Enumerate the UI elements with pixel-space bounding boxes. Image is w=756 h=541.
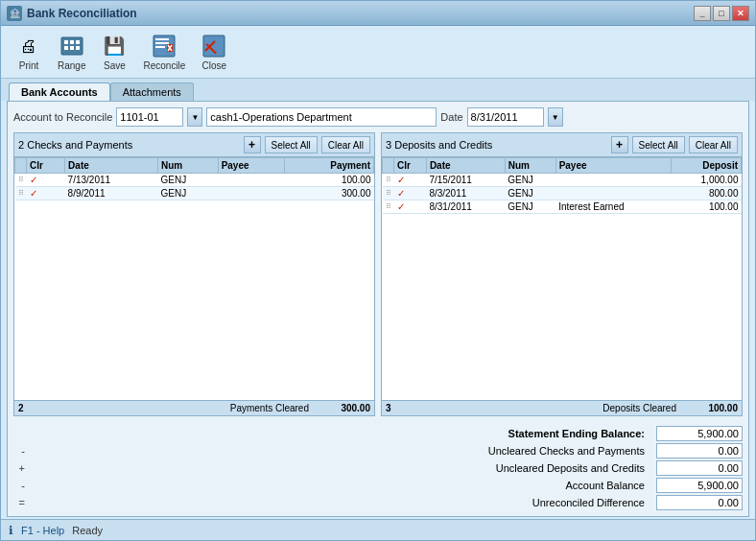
deposits-table-header: Clr Date Num Payee Deposit [383,158,742,174]
print-button[interactable]: 🖨 Print [9,30,49,74]
clr-cell: ✓ [27,174,65,187]
deposits-table-row[interactable]: ⠿ ✓ 8/31/2011 GENJ Interest Earned 100.0… [383,200,742,214]
deposits-table-container: Clr Date Num Payee Deposit ⠿ ✓ 7/15/2011… [382,157,742,400]
print-icon: 🖨 [15,33,42,59]
checks-footer-label: Payments Cleared [37,403,313,413]
checks-footer-value: 300.00 [313,403,370,413]
main-window: 🏦 Bank Reconciliation _ □ ✕ 🖨 Print [0,0,756,541]
payee-cell: Interest Earned [555,200,672,214]
minimize-button[interactable]: _ [694,6,711,21]
date-cell: 7/15/2011 [426,174,505,187]
toolbar-close-button[interactable]: Close [194,30,234,74]
tab-bank-accounts[interactable]: Bank Accounts [9,82,110,101]
checks-footer-count: 2 [18,403,37,413]
num-cell: GENJ [157,187,218,200]
account-balance-symbol: - [13,480,25,491]
unreconciled-label: Unreconciled Difference [29,497,652,508]
svg-rect-10 [155,46,165,48]
checks-table-row[interactable]: ⠿ ✓ 7/13/2011 GENJ 100.00 [15,174,374,187]
clr-cell: ✓ [394,200,427,214]
date-cell: 8/9/2011 [65,187,158,200]
toolbar-close-label: Close [202,60,227,71]
drag-handle: ⠿ [383,200,394,214]
payment-cell: 300.00 [284,187,373,200]
statement-balance-row: Statement Ending Balance: 5,900.00 [13,426,743,441]
checks-col-num: Num [157,158,218,174]
account-balance-value: 5,900.00 [656,478,743,493]
svg-rect-6 [76,46,80,50]
uncleared-checks-value: 0.00 [656,443,743,459]
uncleared-checks-symbol: - [13,445,25,457]
clr-cell: ✓ [394,174,427,187]
tab-attachments[interactable]: Attachments [110,82,194,101]
save-button[interactable]: 💾 Save [94,30,134,74]
uncleared-deposits-value: 0.00 [656,460,743,476]
deposits-panel-title: 3 Deposits and Credits [386,139,607,151]
save-label: Save [104,60,126,71]
drag-handle: ⠿ [15,174,27,187]
window-title: Bank Reconciliation [27,7,694,20]
statement-balance-label: Statement Ending Balance: [29,428,652,439]
checks-table: Clr Date Num Payee Payment ⠿ ✓ 7/13/2011… [14,157,374,200]
checks-clear-button[interactable]: Clear All [321,136,370,153]
status-label: Ready [72,525,103,536]
deposits-col-deposit: Deposit [672,158,742,174]
account-label: Account to Reconcile [13,111,112,123]
help-label[interactable]: F1 - Help [21,525,64,536]
checks-panel-footer: 2 Payments Cleared 300.00 [14,400,374,415]
deposits-select-all-button[interactable]: Select All [632,136,685,153]
help-icon: ℹ [9,524,13,537]
checks-select-all-button[interactable]: Select All [265,136,318,153]
deposits-clear-button[interactable]: Clear All [689,136,738,153]
svg-rect-2 [70,40,74,44]
summary-section: Statement Ending Balance: 5,900.00 - Unc… [13,422,743,510]
payee-cell [218,187,284,200]
close-button[interactable]: ✕ [732,6,749,21]
checks-add-button[interactable]: + [244,136,261,153]
account-row: Account to Reconcile ▼ Date ▼ [13,107,743,127]
svg-rect-9 [155,42,169,44]
uncleared-deposits-label: Uncleared Deposits and Credits [29,462,652,474]
unreconciled-value: 0.00 [656,495,743,510]
checks-panel-title: 2 Checks and Payments [18,139,240,151]
deposits-footer-label: Deposits Cleared [405,403,680,413]
checks-col-date: Date [65,158,158,174]
deposits-panel-footer: 3 Deposits Cleared 100.00 [382,400,742,415]
window-controls: _ □ ✕ [694,6,749,21]
uncleared-deposits-row: + Uncleared Deposits and Credits 0.00 [13,460,743,476]
payee-cell [555,174,672,187]
checks-table-row[interactable]: ⠿ ✓ 8/9/2011 GENJ 300.00 [15,187,374,200]
reconcile-button[interactable]: Reconcile [136,30,192,74]
date-input[interactable] [467,107,544,127]
deposits-col-clr: Clr [394,158,427,174]
payment-cell: 100.00 [284,174,373,187]
svg-rect-8 [155,38,169,40]
toolbar-close-icon [201,33,227,59]
deposit-cell: 800.00 [672,187,742,200]
deposits-table: Clr Date Num Payee Deposit ⠿ ✓ 7/15/2011… [382,157,742,214]
maximize-button[interactable]: □ [713,6,730,21]
unreconciled-symbol: = [13,497,25,508]
panels-top: 2 Checks and Payments + Select All Clear… [13,132,743,416]
clr-cell: ✓ [394,187,427,200]
uncleared-checks-label: Uncleared Checks and Payments [29,445,652,457]
num-cell: GENJ [505,187,555,200]
deposits-table-row[interactable]: ⠿ ✓ 8/3/2011 GENJ 800.00 [383,187,742,200]
svg-rect-14 [203,35,224,57]
deposits-col-handle [383,158,394,174]
clr-cell: ✓ [27,187,65,200]
deposits-table-row[interactable]: ⠿ ✓ 7/15/2011 GENJ 1,000.00 [383,174,742,187]
checks-col-clr: Clr [27,158,65,174]
account-number-input[interactable] [116,107,183,127]
checks-col-payment: Payment [284,158,373,174]
statement-balance-value: 5,900.00 [656,426,743,441]
svg-rect-3 [76,40,80,44]
deposit-cell: 1,000.00 [672,174,742,187]
deposits-add-button[interactable]: + [611,136,628,153]
uncleared-checks-row: - Uncleared Checks and Payments 0.00 [13,443,743,459]
range-button[interactable]: Range [51,30,92,74]
checks-panel: 2 Checks and Payments + Select All Clear… [13,132,375,416]
account-dropdown-button[interactable]: ▼ [187,107,202,127]
account-desc-input[interactable] [206,107,437,127]
date-dropdown-button[interactable]: ▼ [548,107,563,127]
